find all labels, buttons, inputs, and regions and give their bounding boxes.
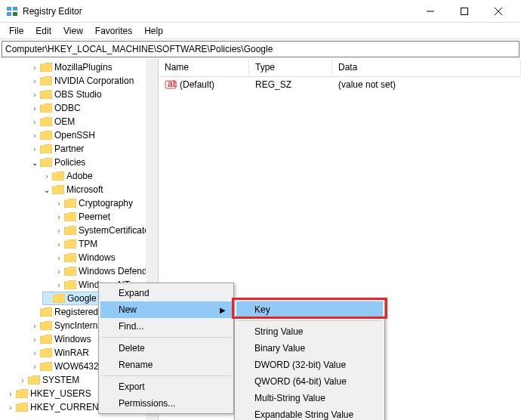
- tree-label: OpenSSH: [54, 130, 95, 141]
- regedit-icon: [6, 5, 18, 17]
- ctx-new-string[interactable]: String Value: [236, 323, 383, 340]
- expander-icon[interactable]: ›: [54, 267, 63, 276]
- tree-label: HKEY_USERS: [30, 388, 91, 399]
- folder-icon: [40, 307, 52, 317]
- tree-label: Policies: [54, 157, 85, 168]
- svg-rect-1: [13, 7, 17, 11]
- tree-node[interactable]: ›TPM: [54, 237, 158, 251]
- folder-icon: [16, 402, 28, 412]
- tree-node-microsoft[interactable]: ⌄Microsoft: [42, 183, 158, 196]
- tree-label: TPM: [79, 239, 97, 249]
- tree-node[interactable]: ›ODBC: [30, 101, 158, 115]
- maximize-button[interactable]: [447, 1, 481, 22]
- folder-icon: [40, 116, 52, 127]
- folder-icon: [40, 130, 52, 141]
- ctx-new-dword[interactable]: DWORD (32-bit) Value: [236, 357, 383, 373]
- tree-node[interactable]: ›Peernet: [54, 210, 158, 224]
- ctx-new-key[interactable]: Key: [236, 301, 383, 318]
- expander-icon[interactable]: ›: [6, 389, 15, 398]
- tree-label: Adobe: [66, 171, 93, 181]
- ctx-label: Export: [119, 381, 145, 392]
- tree-node[interactable]: ›Windows: [54, 251, 158, 264]
- tree-node[interactable]: ›Adobe: [42, 169, 158, 183]
- menu-file[interactable]: File: [3, 23, 29, 39]
- expander-icon[interactable]: ›: [54, 212, 63, 221]
- expander-icon[interactable]: ›: [30, 76, 39, 85]
- expander-icon[interactable]: ›: [30, 348, 39, 357]
- tree-node[interactable]: ›NVIDIA Corporation: [30, 74, 158, 88]
- tree-label: OEM: [54, 116, 75, 127]
- expander-icon[interactable]: ›: [30, 63, 39, 72]
- tree-node[interactable]: ›OBS Studio: [30, 88, 158, 101]
- menu-help[interactable]: Help: [138, 23, 169, 39]
- folder-icon: [40, 320, 52, 331]
- tree-label: OBS Studio: [54, 89, 102, 100]
- menu-view[interactable]: View: [57, 23, 89, 39]
- ctx-label: Expandable String Value: [254, 409, 353, 420]
- svg-rect-5: [461, 8, 467, 14]
- expander-icon[interactable]: ›: [54, 226, 63, 235]
- expander-icon[interactable]: ›: [54, 280, 63, 289]
- expander-icon[interactable]: ›: [30, 362, 39, 371]
- ctx-delete[interactable]: Delete: [100, 340, 232, 357]
- expander-icon[interactable]: ›: [30, 131, 39, 140]
- minimize-button[interactable]: [413, 1, 447, 22]
- ctx-label: DWORD (32-bit) Value: [254, 360, 346, 370]
- separator: [101, 337, 231, 338]
- folder-icon: [64, 198, 76, 208]
- tree-node[interactable]: ›OEM: [30, 115, 158, 128]
- expander-icon[interactable]: ›: [54, 199, 63, 208]
- folder-icon: [64, 212, 76, 222]
- tree-node[interactable]: ›SystemCertificates: [54, 224, 158, 237]
- close-button[interactable]: [481, 1, 515, 22]
- expander-icon[interactable]: ›: [30, 103, 39, 113]
- expander-icon[interactable]: ›: [30, 335, 39, 344]
- menu-edit[interactable]: Edit: [29, 23, 57, 39]
- ctx-label: Rename: [119, 360, 153, 370]
- tree-node[interactable]: ›OpenSSH: [30, 128, 158, 142]
- ctx-new-qword[interactable]: QWORD (64-bit) Value: [236, 373, 383, 390]
- value-data: (value not set): [332, 79, 521, 90]
- expander-icon[interactable]: ›: [30, 321, 39, 330]
- tree-node[interactable]: ›Cryptography: [54, 196, 158, 210]
- context-menu-main: Expand New▶ Find... Delete Rename Export…: [98, 283, 234, 414]
- ctx-new-multi[interactable]: Multi-String Value: [236, 390, 383, 406]
- expander-icon[interactable]: ›: [42, 171, 51, 181]
- ctx-export[interactable]: Export: [100, 378, 232, 395]
- submenu-arrow-icon: ▶: [220, 306, 226, 314]
- column-data[interactable]: Data: [332, 59, 521, 76]
- folder-icon: [40, 76, 52, 86]
- ctx-find[interactable]: Find...: [100, 318, 232, 335]
- ctx-permissions[interactable]: Permissions...: [100, 395, 232, 412]
- expander-open-icon[interactable]: ⌄: [30, 158, 39, 167]
- column-name[interactable]: Name: [159, 59, 249, 76]
- menubar: File Edit View Favorites Help: [0, 23, 521, 39]
- value-row[interactable]: ab (Default) REG_SZ (value not set): [159, 77, 521, 92]
- tree-label: Peernet: [79, 212, 110, 222]
- ctx-new-binary[interactable]: Binary Value: [236, 340, 383, 357]
- ctx-new[interactable]: New▶: [100, 301, 232, 318]
- expander-icon[interactable]: ›: [30, 144, 39, 153]
- ctx-label: Binary Value: [254, 343, 305, 354]
- expander-icon[interactable]: ›: [30, 90, 39, 99]
- ctx-new-expand[interactable]: Expandable String Value: [236, 406, 383, 420]
- expander-icon[interactable]: ›: [18, 375, 27, 384]
- expander-icon[interactable]: ›: [54, 239, 63, 249]
- tree-node[interactable]: ›MozillaPlugins: [30, 60, 158, 74]
- tree-node[interactable]: ›Windows Defender: [54, 264, 158, 278]
- tree-node-policies[interactable]: ⌄Policies: [30, 156, 158, 169]
- column-type[interactable]: Type: [249, 59, 332, 76]
- tree-node[interactable]: ›Partner: [30, 142, 158, 156]
- tree-label: SYSTEM: [42, 375, 79, 385]
- expander-icon[interactable]: ›: [30, 117, 39, 126]
- folder-icon: [40, 103, 52, 113]
- expander-icon[interactable]: ›: [54, 253, 63, 262]
- ctx-rename[interactable]: Rename: [100, 357, 232, 373]
- menu-favorites[interactable]: Favorites: [89, 23, 138, 39]
- ctx-label: String Value: [254, 326, 303, 337]
- ctx-label: Permissions...: [119, 398, 175, 409]
- expander-open-icon[interactable]: ⌄: [42, 185, 51, 194]
- expander-icon[interactable]: ›: [6, 403, 15, 412]
- ctx-expand[interactable]: Expand: [100, 285, 232, 301]
- address-bar[interactable]: Computer\HKEY_LOCAL_MACHINE\SOFTWARE\Pol…: [2, 41, 519, 57]
